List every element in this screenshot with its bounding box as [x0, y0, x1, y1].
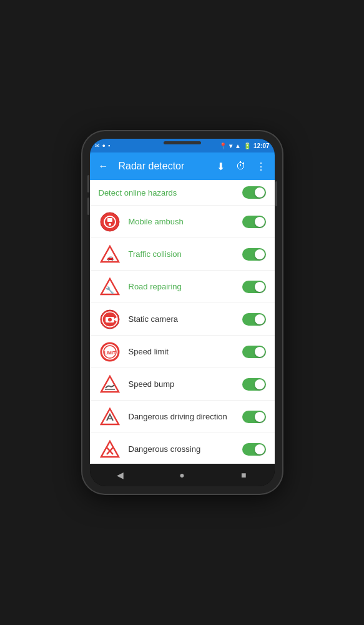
- road-repairing-row: 🔧 Road repairing: [90, 271, 275, 303]
- mobile-ambush-icon: [99, 211, 121, 233]
- more-button[interactable]: ⋮: [253, 161, 268, 172]
- toggle-thumb: [255, 188, 265, 198]
- dangerous-driving-row: Dangerous driving direction: [90, 401, 275, 433]
- wifi-icon: ▾: [229, 142, 232, 149]
- svg-point-12: [108, 318, 112, 321]
- home-nav-button[interactable]: ●: [172, 470, 191, 480]
- volume-down-button: [87, 198, 89, 215]
- mobile-ambush-row: Mobile ambush: [90, 206, 275, 238]
- settings-content: Detect online hazards Mobile ambush: [90, 180, 275, 464]
- app-bar: ← Radar detector ⬇ ⏱ ⋮: [90, 152, 275, 180]
- bottom-navigation: ◀ ● ■: [90, 464, 275, 486]
- svg-text:🔧: 🔧: [106, 286, 114, 294]
- road-repairing-toggle[interactable]: [242, 281, 266, 293]
- speed-bump-icon: [99, 373, 121, 396]
- road-repairing-label: Road repairing: [129, 282, 235, 291]
- static-camera-toggle[interactable]: [242, 313, 266, 326]
- speed-limit-row: LIMIT Speed limit: [90, 336, 275, 368]
- road-repairing-svg: 🔧: [100, 277, 120, 297]
- mobile-ambush-svg: [100, 212, 120, 232]
- dangerous-driving-icon: [99, 406, 121, 428]
- sync-icon: ●: [102, 142, 106, 149]
- battery-status-icon: ▪: [108, 142, 110, 149]
- dangerous-driving-toggle[interactable]: [242, 411, 266, 423]
- traffic-collision-svg: 🚗: [100, 244, 120, 264]
- traffic-collision-label: Traffic collision: [129, 249, 235, 259]
- dangerous-crossing-label: Dangerous crossing: [129, 444, 235, 454]
- signal-icon: ▲: [235, 142, 241, 149]
- clock-button[interactable]: ⏱: [234, 161, 248, 172]
- speed-bump-label: Speed bump: [129, 379, 235, 389]
- recent-nav-button[interactable]: ■: [234, 470, 253, 480]
- traffic-collision-toggle[interactable]: [242, 248, 266, 261]
- detect-online-hazards-row: Detect online hazards: [90, 180, 275, 206]
- mobile-ambush-label: Mobile ambush: [129, 217, 235, 226]
- download-button[interactable]: ⬇: [214, 161, 229, 172]
- phone-screen: ✉ ● ▪ 📍 ▾ ▲ 🔋 12:07 ← Radar detector ⬇ ⏱…: [90, 139, 275, 486]
- battery-icon: 🔋: [243, 142, 251, 149]
- location-icon: 📍: [219, 142, 227, 149]
- mobile-ambush-toggle[interactable]: [242, 216, 266, 228]
- time-display: 12:07: [253, 142, 270, 149]
- static-camera-icon: [99, 308, 121, 331]
- speed-bump-row: Speed bump: [90, 368, 275, 401]
- static-camera-row: Static camera: [90, 303, 275, 336]
- traffic-collision-row: 🚗 Traffic collision: [90, 238, 275, 271]
- email-icon: ✉: [95, 142, 100, 149]
- speed-bump-svg: [100, 374, 120, 394]
- phone-speaker: [164, 141, 201, 144]
- svg-text:🚗: 🚗: [106, 254, 114, 261]
- detect-online-hazards-label: Detect online hazards: [99, 188, 177, 198]
- speed-limit-label: Speed limit: [129, 347, 235, 356]
- volume-up-button: [87, 175, 89, 192]
- static-camera-svg: [100, 309, 120, 329]
- dangerous-crossing-toggle[interactable]: [242, 443, 266, 456]
- speed-bump-toggle[interactable]: [242, 378, 266, 391]
- road-repairing-icon: 🔧: [99, 276, 121, 298]
- dangerous-crossing-icon: [99, 438, 121, 461]
- speed-limit-svg: LIMIT: [100, 342, 120, 362]
- speed-limit-toggle[interactable]: [242, 346, 266, 358]
- svg-rect-2: [107, 218, 112, 222]
- svg-marker-17: [101, 409, 119, 424]
- dangerous-driving-label: Dangerous driving direction: [129, 412, 235, 421]
- svg-marker-18: [101, 441, 119, 457]
- speed-limit-icon: LIMIT: [99, 341, 121, 363]
- dangerous-crossing-svg: [100, 439, 120, 459]
- traffic-collision-icon: 🚗: [99, 243, 121, 266]
- back-nav-button[interactable]: ◀: [111, 470, 130, 480]
- app-bar-title: Radar detector: [119, 161, 209, 172]
- back-button[interactable]: ←: [96, 161, 111, 172]
- phone-frame: ✉ ● ▪ 📍 ▾ ▲ 🔋 12:07 ← Radar detector ⬇ ⏱…: [82, 131, 282, 494]
- detect-online-hazards-toggle[interactable]: [242, 186, 266, 199]
- dangerous-crossing-row: Dangerous crossing: [90, 433, 275, 464]
- dangerous-driving-svg: [100, 407, 120, 427]
- power-button: [275, 181, 277, 206]
- static-camera-label: Static camera: [129, 314, 235, 324]
- svg-text:LIMIT: LIMIT: [104, 351, 116, 355]
- svg-point-3: [109, 223, 111, 226]
- status-right-icons: 📍 ▾ ▲ 🔋 12:07: [219, 142, 269, 149]
- status-left-icons: ✉ ● ▪: [95, 142, 111, 149]
